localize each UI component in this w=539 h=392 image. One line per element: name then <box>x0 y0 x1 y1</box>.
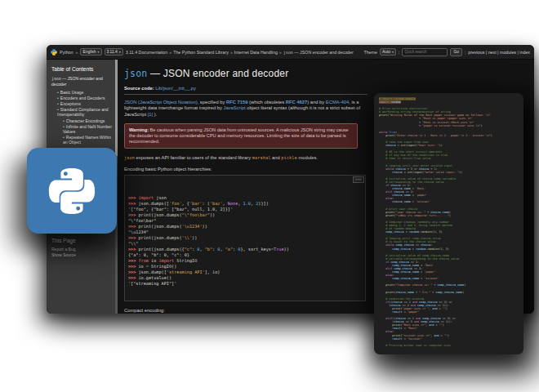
breadcrumb-separator: » <box>230 50 233 55</box>
search-input[interactable] <box>402 48 448 56</box>
toc-link[interactable]: Character Encodings <box>66 118 105 123</box>
toc-item: Infinite and NaN Number Values <box>51 124 113 134</box>
nav-link-next[interactable]: next <box>488 50 497 55</box>
breadcrumb-separator: » <box>76 50 78 55</box>
text-run: , specified by <box>198 100 226 105</box>
warning-box: Warning: Be cautious when parsing JSON d… <box>124 123 358 149</box>
page-title-rest: — JSON encoder and decoder <box>148 68 289 79</box>
text-run: (which obsoletes <box>247 100 285 105</box>
nav-link-modules[interactable]: modules <box>500 50 516 55</box>
theme-select[interactable]: Auto ▾ <box>380 48 396 56</box>
chevron-down-icon: ▾ <box>98 50 100 54</box>
chevron-down-icon: ▾ <box>119 50 121 54</box>
theme-label: Theme <box>364 50 378 55</box>
nav-links: previous | next | modules | index <box>468 50 530 55</box>
toc-link[interactable]: Exceptions <box>60 101 81 106</box>
intro-paragraph: JSON (JavaScript Object Notation), speci… <box>124 100 368 118</box>
divider <box>124 94 368 95</box>
editor-code-line: # Printing either user or computer wins <box>379 344 520 347</box>
toc-link[interactable]: Encoders and Decoders <box>60 96 105 100</box>
page-title: json — JSON encoder and decoder <box>124 68 368 79</box>
composition-canvas: Python » English ▾ 3.11.4 ▾ 3.11.4 Docum… <box>0 0 539 392</box>
python-logo-white-icon <box>47 167 96 216</box>
divider: | <box>399 50 399 55</box>
breadcrumb-separator: » <box>169 50 172 55</box>
text-run: modules. <box>297 155 318 160</box>
source-code-label: Source code: <box>124 86 154 91</box>
toc-item: Repeated Names Within an Object <box>51 135 113 145</box>
text-run: and <box>270 155 281 160</box>
warning-label: Warning: <box>129 127 149 132</box>
toc-item: Basic Usage <box>51 90 113 95</box>
version-select[interactable]: 3.11.4 ▾ <box>105 48 123 56</box>
toc-item: Exceptions <box>51 101 113 106</box>
breadcrumb-link[interactable]: The Python Standard Library <box>173 50 229 55</box>
nav-link-index[interactable]: index <box>519 50 530 55</box>
compact-label: Compact encoding: <box>124 308 368 314</box>
text-run: ) and by <box>307 100 326 105</box>
python-logo-icon <box>51 49 57 56</box>
chevron-down-icon: ▾ <box>392 50 394 54</box>
navbar-brand-link[interactable]: Python <box>60 50 74 55</box>
text-run: exposes an API familiar to users of the … <box>135 155 252 160</box>
toc-item: Character Encodings <box>51 118 113 123</box>
doc-link[interactable]: JSON (JavaScript Object Notation) <box>124 100 198 105</box>
toc-title: Table of Contents <box>51 66 113 72</box>
code-block-basic: >>> >>> import json >>> json.dumps(['foo… <box>124 175 366 301</box>
source-code-link[interactable]: Lib/json/__init__.py <box>155 86 196 91</box>
language-select[interactable]: English ▾ <box>80 48 101 56</box>
theme-select-value: Auto <box>382 50 390 54</box>
go-button[interactable]: Go <box>450 48 461 56</box>
toc-root-code: json <box>51 77 61 81</box>
inline-code-link[interactable]: pickle <box>281 155 296 160</box>
this-page-link[interactable]: Report a Bug <box>51 247 76 252</box>
breadcrumb-link[interactable]: json — JSON encoder and decoder <box>283 50 354 55</box>
nav-link-previous[interactable]: previous <box>468 50 484 55</box>
encoding-label: Encoding basic Python object hierarchies… <box>124 167 368 172</box>
source-code-line: Source code: Lib/json/__init__.py <box>124 86 368 91</box>
this-page-link[interactable]: Show Source <box>51 252 76 258</box>
breadcrumb: 3.11.4 Documentation»The Python Standard… <box>126 50 354 55</box>
navbar-right: Theme Auto ▾ | Go | previous | next | mo… <box>364 48 531 56</box>
code-editor-panel: # import random moduleimport random # Pr… <box>374 93 523 354</box>
this-page-section: This Page Report a BugShow Source <box>51 238 76 257</box>
api-paragraph: json exposes an API familiar to users of… <box>124 155 368 161</box>
toc-item: Encoders and Decoders <box>51 96 113 100</box>
breadcrumb-link[interactable]: Internet Data Handling <box>234 50 278 55</box>
navbar-left: Python » English ▾ 3.11.4 ▾ 3.11.4 Docum… <box>51 48 362 56</box>
sidebar-scrollbar-thumb[interactable] <box>115 60 118 156</box>
doc-link[interactable]: JavaScript <box>223 105 245 110</box>
this-page-title: This Page <box>51 238 76 243</box>
doc-link[interactable]: RFC 4627 <box>286 100 307 105</box>
warning-text: Be cautious when parsing JSON data from … <box>129 127 349 144</box>
breadcrumb-link[interactable]: 3.11.4 Documentation <box>126 50 167 55</box>
toc-link[interactable]: Infinite and NaN Number Values <box>63 124 112 134</box>
docs-navbar: Python » English ▾ 3.11.4 ▾ 3.11.4 Docum… <box>47 45 534 60</box>
inline-code-link[interactable]: marshal <box>252 155 271 160</box>
toc-link[interactable]: Repeated Names Within an Object <box>63 135 111 145</box>
toc-list: Basic UsageEncoders and DecodersExceptio… <box>51 90 113 145</box>
toc-link[interactable]: Basic Usage <box>60 90 84 95</box>
text-run: ). <box>153 112 157 117</box>
toc-item: Standard Compliance and Interoperability <box>51 107 113 117</box>
page-title-code: json <box>124 68 148 79</box>
this-page-links: Report a BugShow Source <box>51 247 76 257</box>
prompt-toggle-button[interactable]: >>> <box>353 176 364 183</box>
python-logo-card <box>27 148 117 234</box>
toc-root-link[interactable]: json — JSON encoder and decoder <box>51 76 113 87</box>
toc-link[interactable]: Standard Compliance and Interoperability <box>57 107 109 117</box>
content-column: json — JSON encoder and decoder Source c… <box>124 68 368 314</box>
doc-link[interactable]: ECMA-404 <box>326 100 349 105</box>
version-select-value: 3.11.4 <box>107 50 118 54</box>
breadcrumb-separator: » <box>279 50 282 55</box>
divider: | <box>465 50 466 55</box>
doc-link[interactable]: RFC 7159 <box>226 100 247 105</box>
code-block-lines: >>> import json >>> json.dumps(['foo', {… <box>128 195 362 287</box>
inline-code-link[interactable]: json <box>124 155 135 160</box>
language-select-value: English <box>82 50 96 54</box>
breadcrumb-code: json <box>283 50 293 55</box>
